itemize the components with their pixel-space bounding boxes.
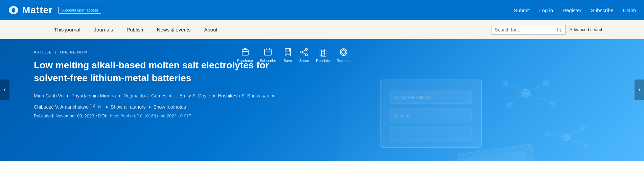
svg-line-15 [505, 83, 526, 93]
top-nav-login[interactable]: Log in [539, 7, 553, 13]
authors-line-1: Minh Canh Vu Priyadarshini Mirmira Regin… [34, 92, 345, 99]
svg-rect-26 [242, 50, 248, 55]
prev-article-arrow[interactable]: ‹ [0, 80, 9, 100]
svg-rect-7 [390, 127, 472, 141]
authors-line-2: Chibueze V. Amanchukwu ᴬ 2 ✉ Show all au… [34, 102, 345, 111]
search-icon [556, 27, 562, 32]
svg-line-21 [566, 127, 583, 137]
bullet-sep-7 [149, 106, 151, 108]
bullet-sep-6 [106, 106, 108, 108]
article-status: ONLINE NOW [60, 50, 87, 54]
svg-line-36 [303, 53, 305, 54]
svg-text:Cu current collector: Cu current collector [394, 95, 432, 100]
matter-logo-icon [8, 5, 19, 16]
top-nav: Submit Log in Register Subscribe Claim [514, 7, 636, 13]
reprints-label: Reprints [316, 59, 330, 63]
request-button[interactable]: Request [337, 47, 350, 63]
nav-this-journal[interactable]: This journal [54, 27, 80, 32]
bullet-sep-5 [272, 95, 274, 97]
published-label: Published: [34, 113, 54, 118]
nav-publish[interactable]: Publish [127, 27, 143, 32]
top-bar-left: Matter Supports open access [8, 5, 101, 16]
purchase-icon [240, 47, 250, 57]
logo-text: Matter [22, 5, 53, 16]
article-background: Cu current collector Li metal [340, 39, 644, 161]
save-label: Save [283, 59, 292, 63]
author-email-icon: ✉ [97, 104, 101, 110]
reprints-icon [318, 47, 328, 57]
top-nav-claim[interactable]: Claim [623, 7, 636, 13]
svg-point-42 [342, 50, 346, 54]
secondary-nav-links: This journal Journals Publish News & eve… [54, 27, 217, 32]
doi-label: DOI: [98, 113, 107, 118]
svg-line-14 [526, 93, 553, 104]
top-nav-subscribe[interactable]: Subscribe [591, 7, 614, 13]
bullet-sep-3 [169, 95, 171, 97]
article-type: ARTICLE [34, 50, 52, 54]
right-arrow-icon: › [638, 86, 640, 93]
author-priyadarshini[interactable]: Priyadarshini Mirmira [71, 93, 116, 98]
bullet-sep-1 [67, 95, 68, 97]
author-chibueze[interactable]: Chibueze V. Amanchukwu [34, 104, 89, 110]
svg-point-0 [557, 28, 560, 31]
svg-point-33 [305, 54, 307, 56]
author-superscript: ᴬ [90, 104, 91, 107]
subscribe-icon [263, 47, 273, 57]
search-box [491, 25, 566, 35]
logo-area: Matter [8, 5, 53, 16]
published-date: November 09, 2023 [55, 113, 94, 118]
author-hrishikesh[interactable]: Hrishikesh S. Srinivasan [218, 93, 269, 98]
background-diagram: Cu current collector Li metal [363, 53, 617, 161]
save-button[interactable]: Save [283, 47, 293, 63]
nav-journals[interactable]: Journals [94, 27, 113, 32]
article-toolbar: Purchase Subscribe [237, 47, 350, 63]
subscribe-label: Subscribe [260, 59, 276, 63]
search-area: Advanced search [491, 25, 603, 35]
reprints-button[interactable]: Reprints [316, 47, 330, 63]
author-affiliation-number: 2 [93, 103, 95, 107]
search-input[interactable] [495, 27, 556, 32]
author-emily[interactable]: Emily S. Doyle [179, 93, 210, 98]
share-icon [299, 47, 309, 57]
top-nav-register[interactable]: Register [562, 7, 581, 13]
svg-line-13 [526, 83, 546, 93]
published-line: Published: November 09, 2023 • DOI: http… [34, 113, 345, 118]
top-nav-submit[interactable]: Submit [514, 7, 530, 13]
left-arrow-icon: ‹ [4, 86, 6, 93]
svg-line-35 [303, 50, 305, 52]
svg-point-32 [305, 48, 307, 50]
svg-rect-28 [264, 49, 271, 55]
secondary-nav-bar: This journal Journals Publish News & eve… [0, 20, 644, 39]
doi-link[interactable]: https://doi.org/10.1016/j.matt.2023.10.0… [110, 113, 191, 118]
nav-news-events[interactable]: News & events [157, 27, 190, 32]
save-icon [283, 47, 293, 57]
advanced-search-link[interactable]: Advanced search [570, 27, 603, 32]
author-reginaldo[interactable]: Reginaldo J. Gomes [123, 93, 166, 98]
purchase-label: Purchase [237, 59, 253, 63]
next-article-arrow[interactable]: › [635, 80, 644, 100]
show-footnotes-link[interactable]: Show footnotes [153, 104, 186, 110]
top-bar: Matter Supports open access Submit Log i… [0, 0, 644, 20]
nav-about[interactable]: About [204, 27, 217, 32]
article-section: Cu current collector Li metal [0, 39, 644, 161]
article-title: Low melting alkali-based molten salt ele… [34, 59, 271, 85]
author-minh-canh-vu[interactable]: Minh Canh Vu [34, 93, 64, 98]
bullet-sep-4 [213, 95, 215, 97]
svg-text:Li metal: Li metal [394, 113, 409, 118]
article-content: Purchase Subscribe [0, 39, 359, 161]
share-button[interactable]: Share [299, 47, 309, 63]
subscribe-button[interactable]: Subscribe [260, 47, 276, 63]
authors-ellipsis: ... [174, 93, 180, 98]
svg-line-16 [509, 93, 526, 105]
svg-line-1 [560, 30, 561, 32]
svg-line-22 [566, 137, 586, 146]
bullet-sep-2 [119, 95, 120, 97]
svg-point-34 [301, 51, 303, 53]
show-all-authors-link[interactable]: Show all authors [111, 104, 146, 110]
request-icon [339, 47, 348, 57]
open-access-badge: Supports open access [58, 7, 101, 14]
request-label: Request [337, 59, 350, 63]
share-label: Share [299, 59, 309, 63]
badge-separator: | [55, 50, 58, 54]
purchase-button[interactable]: Purchase [237, 47, 253, 63]
